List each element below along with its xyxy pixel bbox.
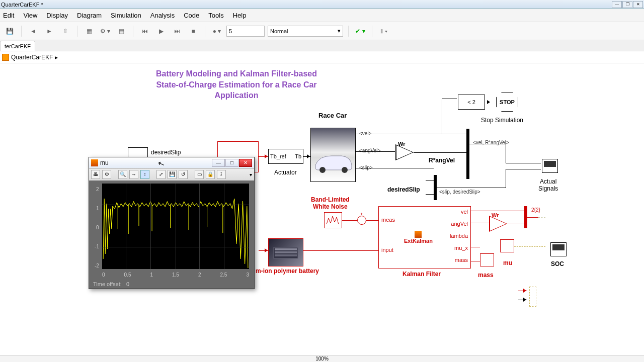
- label-kalman: Kalman Filter: [403, 270, 441, 278]
- scope-minimize-button[interactable]: —: [212, 159, 225, 167]
- tab-model[interactable]: terCarEKF: [0, 41, 35, 51]
- fast-restart-button[interactable]: ✔ ▾: [354, 25, 367, 38]
- diagram-canvas[interactable]: Battery Modeling and Kalman Filter-based…: [0, 63, 644, 355]
- block-actuator[interactable]: Tb_ref Tb: [268, 149, 303, 164]
- label-rangvel: R*angVel: [429, 157, 455, 164]
- scope-print-button[interactable]: 🖶: [91, 170, 100, 179]
- menu-diagram[interactable]: Diagram: [77, 12, 102, 19]
- stop-time-input[interactable]: [226, 26, 265, 37]
- up-button[interactable]: ⇧: [59, 25, 72, 38]
- build-button[interactable]: ⫴ ▾: [377, 25, 390, 38]
- scope-lock-button[interactable]: 🔒: [206, 170, 215, 179]
- menu-simulation[interactable]: Simulation: [111, 12, 141, 19]
- menu-help[interactable]: Help: [233, 12, 247, 19]
- scope-zoom-x-button[interactable]: ↔: [129, 170, 138, 179]
- gain-wr-label: Wr: [398, 141, 405, 147]
- scope-window[interactable]: mu — □ ✕ 🖶 ⚙ 🔍 ↔ ↕ ⤢ 💾 ↺ ▭ 🔒 ⫱ ▾: [89, 157, 255, 289]
- scope-float-button[interactable]: ▭: [195, 170, 204, 179]
- menu-display[interactable]: Display: [46, 12, 68, 19]
- xtick-3: 3: [246, 272, 249, 278]
- window-close-button[interactable]: ✕: [633, 1, 643, 8]
- label-desiredslip-port: desiredSlip: [387, 186, 420, 193]
- breadcrumb-root[interactable]: QuarterCarEKF: [11, 54, 53, 61]
- label-actual-signals: ActualSignals: [538, 178, 558, 192]
- status-bar: 100%: [0, 355, 644, 362]
- window-minimize-button[interactable]: —: [612, 1, 622, 8]
- scope-plot[interactable]: [102, 184, 249, 269]
- simulation-mode-select[interactable]: Normal▾: [268, 26, 343, 37]
- siglabel-angvel: <angVel>: [359, 148, 380, 153]
- svg-point-0: [319, 167, 326, 173]
- port-ekf-mass: mass: [455, 257, 468, 263]
- record-button[interactable]: ● ▾: [210, 25, 223, 38]
- scope-maximize-button[interactable]: □: [225, 159, 238, 167]
- run-button[interactable]: ▶: [154, 25, 168, 38]
- block-wr2-gain[interactable]: Wr: [489, 216, 507, 232]
- step-forward-button[interactable]: ⏭: [171, 25, 184, 38]
- ytick-n1: -1: [95, 244, 99, 249]
- ytick-2: 2: [96, 187, 99, 192]
- noise-icon: [326, 214, 341, 226]
- scope-signal-select-button[interactable]: ⫱: [217, 170, 226, 179]
- scope-app-icon: [91, 159, 98, 166]
- block-battery[interactable]: [268, 238, 303, 266]
- scope-more-icon[interactable]: ▾: [250, 172, 252, 177]
- stop-button[interactable]: ■: [187, 25, 200, 38]
- scope-restore-button[interactable]: ↺: [179, 170, 188, 179]
- block-wr-gain[interactable]: Wr: [395, 144, 414, 160]
- model-explorer-button[interactable]: ▤: [115, 25, 128, 38]
- port-ekf-angvel: angVel: [451, 221, 468, 227]
- menu-analysis[interactable]: Analysis: [150, 12, 175, 19]
- svg-rect-3: [275, 248, 297, 250]
- block-extkalman[interactable]: meas input vel angVel lambda mu_x mass E…: [378, 206, 471, 268]
- port-tb: Tb: [295, 153, 301, 159]
- scope-save-config-button[interactable]: 💾: [168, 170, 177, 179]
- block-scope-mass-small[interactable]: [480, 253, 494, 266]
- block-stop[interactable]: STOP: [496, 93, 518, 112]
- save-button[interactable]: 💾: [3, 25, 16, 38]
- port-ekf-vel: vel: [461, 209, 468, 215]
- block-white-noise[interactable]: [324, 212, 342, 228]
- port-input: input: [381, 247, 393, 253]
- block-sum[interactable]: [357, 216, 366, 225]
- step-back-button[interactable]: ⏮: [138, 25, 151, 38]
- battery-icon: [271, 242, 301, 262]
- scope-toolbar: 🖶 ⚙ 🔍 ↔ ↕ ⤢ 💾 ↺ ▭ 🔒 ⫱ ▾: [89, 168, 254, 180]
- scope-close-button[interactable]: ✕: [239, 159, 252, 167]
- back-button[interactable]: ◄: [27, 25, 40, 38]
- siglabel-vel-rangvel: <vel, R*angVel>: [473, 140, 509, 145]
- forward-button[interactable]: ►: [43, 25, 56, 38]
- model-icon: [2, 54, 9, 61]
- block-compare[interactable]: < 2: [458, 95, 485, 110]
- menu-view[interactable]: View: [23, 12, 37, 19]
- port-meas: meas: [381, 217, 395, 223]
- xtick-25: 2.5: [220, 272, 227, 278]
- scope-zoom-y-button[interactable]: ↕: [140, 170, 149, 179]
- menu-tools[interactable]: Tools: [208, 12, 223, 19]
- car-icon: [311, 150, 355, 175]
- block-mux-actual[interactable]: [466, 129, 469, 179]
- xtick-2: 2: [198, 272, 201, 278]
- breadcrumb-chevron-icon[interactable]: ▸: [55, 54, 58, 61]
- block-racecar[interactable]: [310, 128, 356, 182]
- xtick-05: 0.5: [124, 272, 131, 278]
- svg-point-1: [342, 167, 348, 173]
- label-extkalman: ExtKalman: [404, 238, 433, 244]
- scope-title: mu: [100, 159, 109, 166]
- scope-zoom-button[interactable]: 🔍: [118, 170, 127, 179]
- tab-row: terCarEKF: [0, 40, 644, 51]
- library-browser-button[interactable]: ▦: [83, 25, 96, 38]
- block-scope-mu-small[interactable]: [500, 239, 514, 252]
- label-desiredslip: desiredSlip: [151, 149, 181, 156]
- block-scope-actual[interactable]: [542, 159, 558, 173]
- block-goto[interactable]: [529, 287, 536, 307]
- scope-autoscale-button[interactable]: ⤢: [156, 170, 166, 179]
- block-scope-soc[interactable]: [550, 242, 567, 256]
- scope-params-button[interactable]: ⚙: [102, 170, 111, 179]
- label-stopsim: Stop Simulation: [481, 117, 523, 124]
- menu-code[interactable]: Code: [184, 12, 199, 19]
- model-config-button[interactable]: ⚙ ▾: [99, 25, 112, 38]
- matlab-icon: [415, 231, 422, 238]
- window-restore-button[interactable]: ❐: [622, 1, 632, 8]
- menu-edit[interactable]: Edit: [3, 12, 14, 19]
